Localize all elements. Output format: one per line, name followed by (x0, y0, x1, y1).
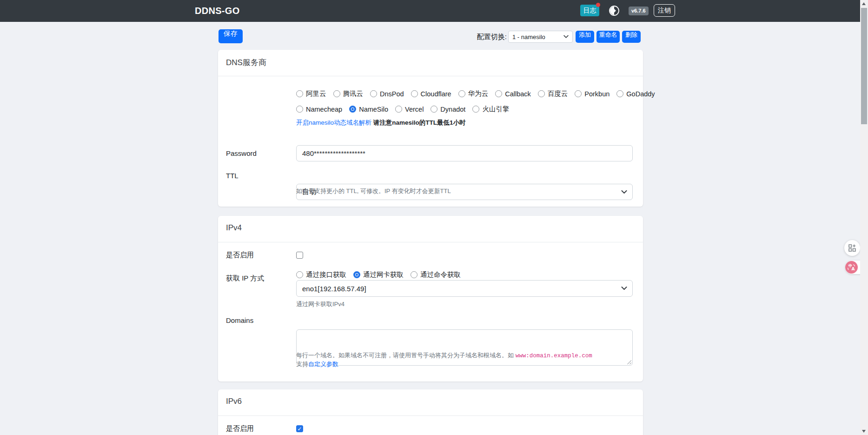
radio-icon[interactable] (296, 271, 303, 278)
delete-config-button[interactable]: 删除 (622, 31, 641, 43)
version-badge: v6.7.6 (629, 7, 649, 15)
provider-radio-option[interactable]: GoDaddy (616, 90, 655, 98)
log-notification-dot (596, 3, 600, 7)
ip-method-radio-option[interactable]: 通过网卡获取 (353, 270, 404, 279)
password-input[interactable]: 480******************* (296, 145, 633, 161)
password-label: Password (226, 145, 257, 161)
provider-radio-option[interactable]: 火山引擎 (472, 105, 509, 114)
domains-help-main: 每行一个域名。如果域名不可注册，请使用冒号手动将其分为子域名和根域名。如 (296, 352, 516, 359)
radio-icon[interactable] (616, 90, 623, 97)
divider (218, 76, 643, 76)
ipv6-enable-checkbox[interactable] (296, 425, 303, 432)
radio-icon[interactable] (296, 90, 303, 97)
provider-radio-option[interactable]: Namecheap (296, 106, 342, 113)
provider-label: GoDaddy (626, 90, 655, 98)
provider-help-line: 开启namesilo动态域名解析 请注意namesilo的TTL最低1小时 (296, 119, 466, 127)
provider-label: Cloudflare (421, 90, 451, 98)
radio-icon[interactable] (370, 90, 377, 97)
provider-label: 百度云 (548, 89, 568, 98)
radio-icon[interactable] (411, 90, 418, 97)
logout-button[interactable]: 注销 (654, 4, 675, 17)
config-select-value: 1 - namesilo (512, 33, 545, 40)
provider-radio-option[interactable]: Cloudflare (411, 90, 451, 98)
rename-config-button[interactable]: 重命名 (596, 31, 620, 43)
domains-help-text: 每行一个域名。如果域名不可注册，请使用冒号手动将其分为子域名和根域名。如 www… (296, 351, 592, 360)
provider-radio-option[interactable]: 华为云 (458, 89, 489, 98)
config-select[interactable]: 1 - namesilo (508, 31, 573, 43)
ip-method-option-label: 通过接口获取 (306, 270, 346, 279)
scroll-up-arrow-icon[interactable] (862, 2, 866, 5)
provider-label: Vercel (405, 106, 424, 113)
add-config-button[interactable]: 添加 (576, 31, 594, 43)
provider-label: Dynadot (440, 106, 465, 113)
radio-icon[interactable] (296, 106, 303, 113)
radio-icon[interactable] (333, 90, 340, 97)
theme-toggle-icon[interactable] (609, 5, 620, 16)
ip-method-radio-option[interactable]: 通过命令获取 (411, 270, 461, 279)
ipv4-card-title: IPv4 (226, 223, 242, 233)
network-interface-select[interactable]: eno1[192.168.57.49] (296, 280, 633, 297)
provider-label: 阿里云 (306, 89, 326, 98)
provider-radio-option[interactable]: 腾讯云 (333, 89, 364, 98)
network-interface-value: eno1[192.168.57.49] (302, 285, 366, 293)
ip-method-help-text: 通过网卡获取IPv4 (296, 300, 345, 308)
domains-label: Domains (226, 316, 253, 324)
app-header: DDNS-GO 日志 v6.7.6 注销 (0, 0, 868, 22)
provider-label: 华为云 (468, 89, 489, 98)
squares-plus-icon (848, 243, 857, 253)
radio-icon[interactable] (458, 90, 465, 97)
custom-params-prefix: 支持 (296, 361, 308, 368)
provider-radio-option[interactable]: NameSilo (349, 106, 388, 113)
capture-extension-button[interactable] (844, 240, 860, 256)
save-button[interactable]: 保存 (219, 29, 243, 43)
radio-icon[interactable] (538, 90, 545, 97)
provider-radio-option[interactable]: 百度云 (538, 89, 568, 98)
ipv6-card-title: IPv6 (226, 397, 242, 406)
radio-icon[interactable] (411, 271, 417, 278)
ipv4-enable-checkbox[interactable] (296, 252, 303, 259)
chevron-down-icon (563, 35, 569, 39)
radio-icon[interactable] (395, 106, 402, 113)
radio-icon[interactable] (575, 90, 582, 97)
svg-text:A: A (852, 267, 855, 271)
translate-extension-button[interactable]: 中 A (845, 261, 858, 274)
chevron-down-icon (621, 287, 627, 290)
divider (218, 242, 643, 242)
provider-radio-row-1: 阿里云 腾讯云 DnsPod Cloudflare 华为云 (296, 89, 655, 98)
provider-label: Namecheap (306, 106, 342, 113)
dns-provider-card: DNS服务商 阿里云 腾讯云 DnsPod Cloudflare (218, 50, 643, 207)
provider-radio-option[interactable]: Vercel (395, 106, 424, 113)
ipv4-card: IPv4 是否启用 获取 IP 方式 通过接口获取 通过网卡获取 通过命令获取 … (218, 216, 643, 381)
radio-icon[interactable] (353, 271, 360, 278)
provider-label: Callback (505, 90, 531, 98)
ip-method-radio-option[interactable]: 通过接口获取 (296, 270, 346, 279)
provider-radio-option[interactable]: DnsPod (370, 90, 404, 98)
radio-icon[interactable] (495, 90, 502, 97)
provider-radio-option[interactable]: Dynadot (431, 106, 465, 113)
provider-radio-option[interactable]: Porkbun (575, 90, 610, 98)
ttl-note: 请注意namesilo的TTL最低1小时 (373, 119, 466, 126)
custom-params-line: 支持自定义参数 (296, 360, 338, 368)
custom-params-link[interactable]: 自定义参数 (308, 361, 338, 368)
ip-method-label: 获取 IP 方式 (226, 274, 264, 283)
app-title: DDNS-GO (195, 0, 240, 22)
provider-label: Porkbun (584, 90, 610, 98)
ip-method-option-label: 通过命令获取 (420, 270, 461, 279)
namesilo-ddns-link[interactable]: 开启namesilo动态域名解析 (296, 119, 371, 126)
ipv4-enable-label: 是否启用 (226, 250, 254, 260)
ttl-help-text: 如账号支持更小的 TTL, 可修改。IP 有变化时才会更新TTL (296, 187, 451, 195)
domains-help-code: www:domain.example.com (516, 353, 592, 359)
scrollbar-thumb[interactable] (861, 8, 867, 124)
provider-radio-option[interactable]: 阿里云 (296, 89, 326, 98)
provider-radio-option[interactable]: Callback (495, 90, 531, 98)
radio-icon[interactable] (349, 106, 356, 113)
vertical-scrollbar[interactable] (860, 0, 868, 435)
provider-label: NameSilo (359, 106, 388, 113)
ipv6-enable-label: 是否启用 (226, 424, 254, 433)
radio-icon[interactable] (431, 106, 437, 113)
provider-label: 火山引擎 (482, 105, 509, 114)
config-switch-label: 配置切换: (476, 30, 507, 44)
scroll-down-arrow-icon[interactable] (862, 430, 866, 433)
radio-icon[interactable] (472, 106, 479, 113)
domains-textarea[interactable] (296, 329, 633, 366)
